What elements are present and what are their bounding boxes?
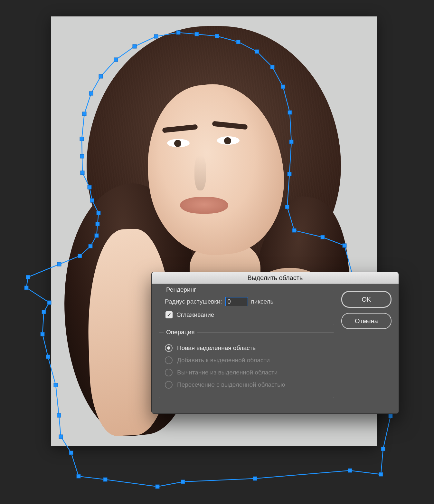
radio-icon [165,356,173,364]
rendering-legend: Рендеринг [164,286,199,293]
antialias-checkbox[interactable]: ✓ [165,311,173,318]
path-anchor[interactable] [379,472,383,476]
operation-new[interactable]: Новая выделенная область [165,344,328,352]
operation-add-label: Добавить к выделенной области [177,357,270,364]
path-anchor[interactable] [26,275,30,279]
radio-icon [165,381,173,389]
path-anchor[interactable] [181,480,185,484]
path-anchor[interactable] [389,414,392,418]
feather-radius-input[interactable] [225,297,248,306]
path-anchor[interactable] [42,310,46,314]
path-anchor[interactable] [253,477,257,480]
operation-add: Добавить к выделенной области [165,356,328,364]
path-anchor[interactable] [77,474,80,478]
path-anchor[interactable] [47,301,51,305]
feather-label: Радиус растушевки: [165,298,222,305]
antialias-label: Сглаживание [176,311,214,318]
operation-subtract: Вычитание из выделенной области [165,369,328,376]
rendering-group: Рендеринг Радиус растушевки: пикселы ✓ С… [159,290,334,325]
path-anchor[interactable] [46,355,50,359]
operation-subtract-label: Вычитание из выделенной области [177,369,278,376]
dialog-title[interactable]: Выделить область [152,272,399,284]
operation-intersect-label: Пересечение с выделенной областью [177,381,285,388]
path-anchor[interactable] [348,469,352,472]
cancel-button[interactable]: Отмена [341,313,392,329]
path-anchor[interactable] [156,485,159,489]
path-anchor[interactable] [69,451,73,455]
operation-group: Операция Новая выделенная область Добави… [159,332,334,398]
path-anchor[interactable] [103,478,107,481]
radio-icon [165,369,173,376]
operation-intersect: Пересечение с выделенной областью [165,381,328,389]
operation-legend: Операция [164,329,197,336]
workspace: Выделить область Рендеринг Радиус растуш… [0,0,434,504]
make-selection-dialog: Выделить область Рендеринг Радиус растуш… [151,272,399,414]
operation-new-label: Новая выделенная область [177,344,256,352]
path-anchor[interactable] [24,286,28,290]
ok-button[interactable]: OK [341,291,392,308]
feather-unit: пикселы [251,298,275,305]
path-anchor[interactable] [41,332,44,336]
path-anchor[interactable] [381,447,385,451]
radio-icon [165,344,173,352]
